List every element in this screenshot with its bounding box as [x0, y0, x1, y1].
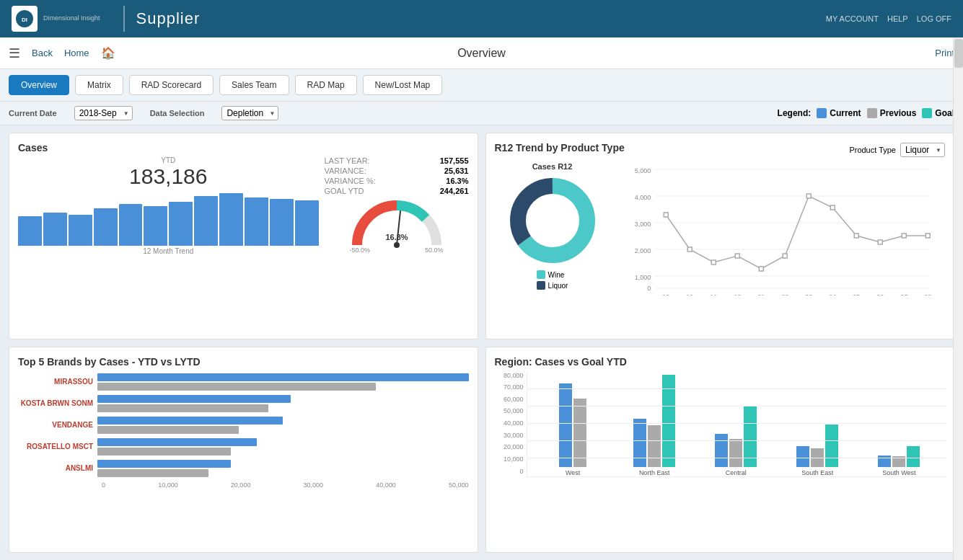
- tab-matrix[interactable]: Matrix: [75, 75, 123, 95]
- product-type-filter[interactable]: Liquor: [900, 143, 945, 157]
- svg-text:09: 09: [662, 293, 669, 295]
- my-account-link[interactable]: MY ACCOUNT: [826, 14, 879, 23]
- west-bars: [559, 373, 586, 467]
- svg-rect-26: [806, 194, 811, 198]
- x-axis-5: 50,000: [449, 481, 469, 489]
- legend-previous-dot: [867, 108, 877, 118]
- svg-text:DI: DI: [22, 17, 27, 23]
- r12-controls: Product Type Liquor: [849, 143, 945, 157]
- print-button[interactable]: Print: [935, 48, 954, 58]
- brand-rosatello-current-bar: [97, 438, 257, 446]
- southwest-label: South West: [882, 469, 915, 476]
- home-button[interactable]: Home: [64, 48, 89, 58]
- data-selection-select[interactable]: Depletion: [221, 106, 278, 120]
- bar-3: [69, 215, 92, 246]
- legend-previous-label: Previous: [880, 108, 917, 118]
- gauge-svg: 16.3%: [350, 198, 444, 252]
- log-off-link[interactable]: LOG OFF: [917, 14, 951, 23]
- central-label: Central: [726, 469, 747, 476]
- region-card: Region: Cases vs Goal YTD 0 10,000 20,00…: [485, 347, 955, 554]
- donut-svg: [506, 174, 599, 267]
- svg-rect-29: [878, 240, 882, 244]
- y-80k: 80,000: [504, 372, 524, 379]
- bar-9: [219, 193, 243, 246]
- data-selection-filter[interactable]: Depletion: [221, 106, 278, 120]
- brand-row-kosta: KOSTA BRWN SONM: [18, 395, 469, 412]
- tab-new-lost-map[interactable]: New/Lost Map: [363, 75, 443, 95]
- page-title: Overview: [457, 47, 506, 60]
- ytd-value: 183,186: [18, 164, 319, 189]
- svg-point-7: [528, 196, 577, 245]
- gauge-max: 50.0%: [425, 246, 444, 254]
- bar-11: [270, 199, 294, 246]
- svg-rect-22: [711, 260, 716, 265]
- logo-icon: DI: [12, 6, 38, 32]
- region-y-axis: 0 10,000 20,000 30,000 40,000 50,000 60,…: [495, 372, 524, 476]
- region-title: Region: Cases vs Goal YTD: [495, 356, 946, 368]
- svg-text:03: 03: [805, 293, 812, 295]
- svg-text:10: 10: [686, 293, 693, 295]
- gauge-chart: 16.3% -50.0% 50.0%: [325, 198, 469, 254]
- brands-chart: MIRASSOU KOSTA BRWN SONM VENDANGE: [18, 373, 469, 489]
- r12-line-chart: 5,000 4,000 3,000 2,000 1,000 0: [616, 162, 946, 298]
- brands-card: Top 5 Brands by Cases - YTD vs LYTD MIRA…: [9, 347, 478, 554]
- svg-text:05: 05: [853, 293, 860, 295]
- southeast-prev-bar: [811, 448, 824, 467]
- svg-text:06: 06: [876, 293, 884, 295]
- donut-area: Cases R12 Wine Liquor: [495, 162, 610, 298]
- svg-text:08: 08: [924, 293, 931, 295]
- back-button[interactable]: Back: [32, 48, 53, 58]
- product-type-select[interactable]: Liquor: [900, 143, 945, 157]
- svg-text:0: 0: [647, 285, 651, 292]
- company-logo: DI Dimensional Insight: [12, 6, 100, 32]
- svg-text:07: 07: [900, 293, 907, 295]
- brand-kosta-label: KOSTA BRWN SONM: [18, 399, 97, 407]
- tab-rad-map[interactable]: RAD Map: [295, 75, 357, 95]
- brand-row-rosatello: ROSATELLO MSCT: [18, 438, 469, 455]
- liquor-label: Liquor: [548, 282, 568, 290]
- tab-sales-team[interactable]: Sales Team: [219, 75, 289, 95]
- scrollbar-track[interactable]: [953, 37, 963, 560]
- y-0: 0: [519, 468, 523, 475]
- southeast-label: South East: [801, 469, 833, 476]
- svg-text:04: 04: [829, 293, 836, 295]
- brands-title: Top 5 Brands by Cases - YTD vs LYTD: [18, 356, 469, 368]
- stat-variance-value: 25,631: [444, 166, 469, 175]
- scrollbar-thumb[interactable]: [954, 39, 963, 68]
- southwest-current-bar: [878, 455, 891, 467]
- y-70k: 70,000: [504, 383, 524, 391]
- svg-text:1,000: 1,000: [634, 274, 651, 281]
- y-50k: 50,000: [504, 407, 524, 414]
- svg-rect-21: [687, 247, 692, 252]
- brand-mirassou-current-bar: [97, 373, 469, 381]
- svg-text:12: 12: [734, 293, 741, 295]
- svg-rect-28: [854, 234, 858, 238]
- brand-rosatello-bars: [97, 438, 469, 455]
- brand-vendange-label: VENDANGE: [18, 421, 97, 429]
- menu-icon[interactable]: ☰: [9, 45, 20, 61]
- legend-current-label: Current: [830, 108, 861, 118]
- help-link[interactable]: HELP: [887, 14, 908, 23]
- bar-8: [194, 196, 218, 246]
- tab-overview[interactable]: Overview: [9, 75, 69, 95]
- app-header: DI Dimensional Insight Supplier MY ACCOU…: [0, 0, 963, 37]
- bar-4: [94, 208, 118, 246]
- west-label: West: [566, 469, 580, 476]
- brand-row-mirassou: MIRASSOU: [18, 373, 469, 391]
- current-date-filter[interactable]: 2018-Sep: [74, 106, 133, 120]
- northeast-label: North East: [639, 469, 670, 476]
- brand-vendange-prev-bar: [97, 426, 239, 434]
- stat-goal-ytd-value: 244,261: [440, 187, 469, 195]
- southeast-goal-bar: [825, 425, 838, 467]
- current-date-select[interactable]: 2018-Sep: [74, 106, 133, 120]
- stat-variance-pct-label: VARIANCE %:: [325, 177, 376, 185]
- cases-card: Cases YTD 183,186: [9, 133, 478, 339]
- tab-rad-scorecard[interactable]: RAD Scorecard: [129, 75, 214, 95]
- brand-vendange-bars: [97, 417, 469, 434]
- brand-vendange-current-bar: [97, 417, 283, 425]
- liquor-legend-dot: [537, 281, 545, 290]
- brand-kosta-current-bar: [97, 395, 291, 403]
- legend-previous: Previous: [867, 108, 917, 118]
- southeast-current-bar: [796, 446, 809, 467]
- brand-rosatello-prev-bar: [97, 448, 231, 455]
